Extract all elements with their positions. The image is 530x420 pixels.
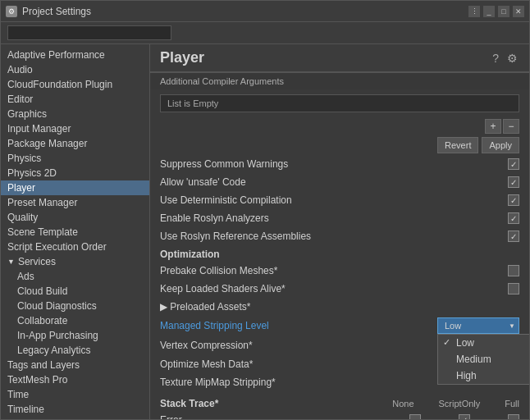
suppress-warnings-label: Suppress Common Warnings xyxy=(160,158,508,170)
list-empty-text: List is Empty xyxy=(167,98,218,108)
sidebar-group-services[interactable]: ▼ Services xyxy=(1,254,149,269)
close-btn[interactable]: ✕ xyxy=(513,6,524,17)
revert-btn[interactable]: Revert xyxy=(437,137,478,153)
preloaded-assets-label: ▶ Preloaded Assets* xyxy=(160,301,519,313)
keep-shaders-row: Keep Loaded Shaders Alive* xyxy=(150,280,529,298)
roslyn-analyzers-label: Enable Roslyn Analyzers xyxy=(160,212,508,224)
sidebar: Adaptive Performance Audio CloudFoundati… xyxy=(1,44,150,419)
stack-col-full: Full xyxy=(505,399,519,409)
panel-title: Player xyxy=(160,49,491,66)
sidebar-item-graphics[interactable]: Graphics xyxy=(1,107,149,121)
sidebar-item-textmesh-pro[interactable]: TextMesh Pro xyxy=(1,372,149,387)
stack-col-scriptonly: ScriptOnly xyxy=(439,399,481,409)
sidebar-item-collaborate[interactable]: Collaborate xyxy=(1,313,149,328)
error-none-checkbox[interactable] xyxy=(409,414,421,419)
sidebar-item-physics[interactable]: Physics xyxy=(1,151,149,166)
optimization-section-label: Optimization xyxy=(150,245,529,262)
prebake-collision-row: Prebake Collision Meshes* xyxy=(150,262,529,280)
search-input[interactable] xyxy=(7,25,171,40)
title-bar: ⚙ Project Settings ⋮ _ □ ✕ xyxy=(1,1,529,22)
deterministic-compilation-row: Use Deterministic Compilation xyxy=(150,191,529,209)
error-scriptonly-checkbox[interactable] xyxy=(459,414,470,419)
stack-cols-header: None ScriptOnly Full xyxy=(392,399,519,409)
prebake-collision-label: Prebake Collision Meshes* xyxy=(160,265,508,276)
stack-row-error-label: Error xyxy=(160,414,409,419)
sidebar-item-cloud-foundation[interactable]: CloudFoundation Plugin xyxy=(1,77,149,92)
sidebar-item-editor[interactable]: Editor xyxy=(1,92,149,107)
compiler-args-label: Additional Compiler Arguments xyxy=(160,76,284,86)
sidebar-item-audio[interactable]: Audio xyxy=(1,62,149,77)
apply-btn[interactable]: Apply xyxy=(482,137,519,153)
managed-stripping-dropdown-container: Low Low Medium High xyxy=(437,317,519,334)
maximize-btn[interactable]: □ xyxy=(498,6,509,17)
keep-shaders-label: Keep Loaded Shaders Alive* xyxy=(160,283,508,294)
right-panel: Player ? ⚙ Additional Compiler Arguments… xyxy=(150,44,529,419)
sidebar-item-physics-2d[interactable]: Physics 2D xyxy=(1,166,149,180)
dropdown-item-medium[interactable]: Medium xyxy=(438,351,529,368)
panel-content: Additional Compiler Arguments List is Em… xyxy=(150,72,529,419)
dropdown-item-low[interactable]: Low xyxy=(438,335,529,351)
settings-icon-btn[interactable]: ⚙ xyxy=(505,50,519,66)
sidebar-item-tags-and-layers[interactable]: Tags and Layers xyxy=(1,358,149,372)
help-icon-btn[interactable]: ? xyxy=(491,50,500,66)
unsafe-code-row: Allow 'unsafe' Code xyxy=(150,173,529,191)
add-item-btn[interactable]: + xyxy=(485,119,501,134)
stack-trace-header: Stack Trace* None ScriptOnly Full xyxy=(150,395,529,413)
managed-stripping-row: Managed Stripping Level Low Low Medium H… xyxy=(150,316,529,336)
sidebar-item-adaptive-performance[interactable]: Adaptive Performance xyxy=(1,48,149,62)
search-bar xyxy=(1,22,529,44)
unsafe-code-checkbox[interactable] xyxy=(508,176,519,188)
managed-stripping-dropdown-btn[interactable]: Low xyxy=(437,317,519,334)
sidebar-item-scene-template[interactable]: Scene Template xyxy=(1,225,149,240)
keep-shaders-checkbox[interactable] xyxy=(508,283,519,294)
roslyn-assemblies-label: Use Roslyn Reference Assemblies xyxy=(160,231,508,242)
sidebar-item-input-manager[interactable]: Input Manager xyxy=(1,121,149,136)
add-remove-row: + − xyxy=(150,117,529,135)
services-label: Services xyxy=(18,256,56,267)
sidebar-item-version-control[interactable]: Version Control xyxy=(1,417,149,419)
window-title: Project Settings xyxy=(22,6,468,17)
dropdown-item-high[interactable]: High xyxy=(438,368,529,384)
sidebar-item-cloud-build[interactable]: Cloud Build xyxy=(1,284,149,299)
suppress-warnings-checkbox[interactable] xyxy=(508,158,519,170)
panel-header: Player ? ⚙ xyxy=(150,44,529,72)
suppress-warnings-row: Suppress Common Warnings xyxy=(150,155,529,173)
sidebar-item-player[interactable]: Player xyxy=(1,180,149,195)
error-full-checkbox[interactable] xyxy=(508,414,519,419)
deterministic-compilation-checkbox[interactable] xyxy=(508,194,519,206)
sidebar-item-quality[interactable]: Quality xyxy=(1,210,149,225)
panel-header-icons: ? ⚙ xyxy=(491,50,519,66)
compiler-args-section-header: Additional Compiler Arguments xyxy=(150,72,529,89)
roslyn-assemblies-checkbox[interactable] xyxy=(508,231,519,242)
sidebar-item-preset-manager[interactable]: Preset Manager xyxy=(1,195,149,210)
main-content: Adaptive Performance Audio CloudFoundati… xyxy=(1,44,529,419)
action-row: Revert Apply xyxy=(150,135,529,155)
sidebar-item-script-execution-order[interactable]: Script Execution Order xyxy=(1,240,149,254)
roslyn-assemblies-row: Use Roslyn Reference Assemblies xyxy=(150,227,529,245)
vertex-compression-label: Vertex Compression* xyxy=(160,340,437,351)
managed-stripping-label[interactable]: Managed Stripping Level xyxy=(160,320,437,331)
prebake-collision-checkbox[interactable] xyxy=(508,265,519,276)
sidebar-item-time[interactable]: Time xyxy=(1,387,149,402)
deterministic-compilation-label: Use Deterministic Compilation xyxy=(160,194,508,206)
project-settings-window: ⚙ Project Settings ⋮ _ □ ✕ Adaptive Perf… xyxy=(0,0,530,420)
stack-col-none: None xyxy=(392,399,413,409)
more-options-btn[interactable]: ⋮ xyxy=(468,6,480,17)
sidebar-item-in-app-purchasing[interactable]: In-App Purchasing xyxy=(1,328,149,343)
sidebar-item-timeline[interactable]: Timeline xyxy=(1,402,149,417)
unsafe-code-label: Allow 'unsafe' Code xyxy=(160,176,508,188)
stack-row-error-checks xyxy=(409,414,519,419)
stack-trace-section: Stack Trace* None ScriptOnly Full Error xyxy=(150,395,529,419)
remove-item-btn[interactable]: − xyxy=(503,119,519,134)
services-arrow: ▼ xyxy=(7,258,15,266)
managed-stripping-dropdown-menu: Low Medium High xyxy=(437,334,529,385)
roslyn-analyzers-checkbox[interactable] xyxy=(508,212,519,224)
sidebar-item-package-manager[interactable]: Package Manager xyxy=(1,136,149,151)
sidebar-item-legacy-analytics[interactable]: Legacy Analytics xyxy=(1,343,149,358)
sidebar-item-cloud-diagnostics[interactable]: Cloud Diagnostics xyxy=(1,299,149,313)
sidebar-item-ads[interactable]: Ads xyxy=(1,269,149,284)
roslyn-analyzers-row: Enable Roslyn Analyzers xyxy=(150,209,529,227)
stack-row-error: Error xyxy=(150,413,529,419)
minimize-btn[interactable]: _ xyxy=(483,6,495,17)
list-empty-box: List is Empty xyxy=(160,94,519,112)
